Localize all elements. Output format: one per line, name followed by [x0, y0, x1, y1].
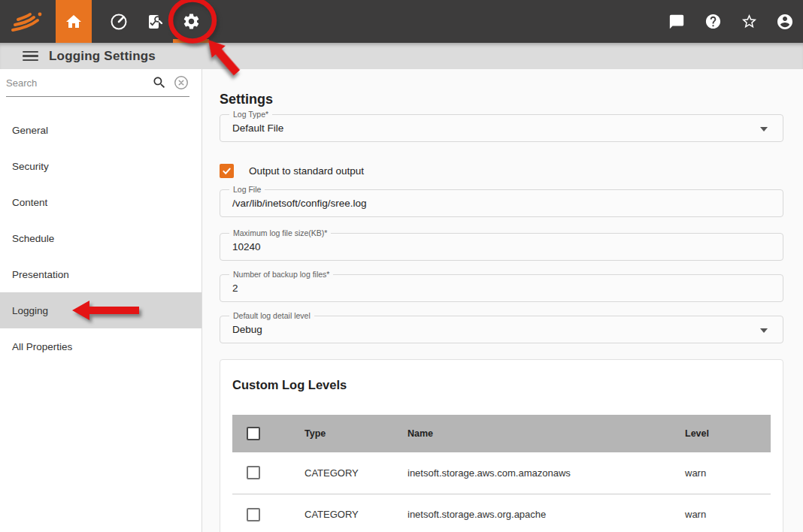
top-toolbar [0, 0, 803, 43]
table-row: CATEGORY inetsoft.storage.aws.com.amazon… [232, 452, 771, 494]
reports-tab[interactable] [137, 0, 173, 43]
column-header-level: Level [685, 415, 771, 452]
max-log-size-field[interactable]: Maximum log file size(KB)* 10240 [220, 233, 783, 261]
page-header: Logging Settings [0, 43, 803, 69]
search-icon[interactable] [152, 75, 167, 90]
max-log-size-value: 10240 [220, 234, 783, 260]
inetsoft-logo-icon [9, 8, 47, 35]
settings-gear-tab[interactable] [173, 0, 209, 43]
search-input[interactable] [6, 77, 152, 89]
column-header-type: Type [305, 415, 408, 452]
backup-files-label: Number of backup log files* [229, 270, 333, 279]
settings-sidebar: General Security Content Schedule Presen… [0, 69, 202, 532]
monitoring-tab[interactable] [101, 0, 137, 43]
sidebar-item-label: Content [12, 197, 47, 208]
help-icon [705, 13, 722, 30]
log-file-value: /var/lib/inetsoft/config/sree.log [220, 190, 783, 216]
sidebar-search [6, 69, 189, 97]
select-all-checkbox[interactable] [247, 427, 260, 440]
settings-heading: Settings [220, 92, 783, 107]
chat-bubble-icon [668, 14, 685, 30]
table-row: CATEGORY inetsoft.storage.aws.org.apache… [232, 494, 771, 532]
output-checkbox[interactable] [220, 164, 234, 178]
output-checkbox-label: Output to standard output [249, 165, 364, 177]
sidebar-item-all-properties[interactable]: All Properties [0, 328, 202, 364]
favorites-button[interactable] [731, 0, 767, 43]
menu-toggle-button[interactable] [23, 51, 38, 62]
gear-icon [182, 12, 201, 31]
clear-search-icon[interactable] [173, 74, 189, 91]
home-tab[interactable] [56, 0, 92, 43]
sidebar-item-presentation[interactable]: Presentation [0, 256, 202, 292]
star-icon [741, 13, 758, 30]
sidebar-item-content[interactable]: Content [0, 184, 202, 220]
sidebar-item-label: General [12, 125, 48, 136]
sidebar-item-label: All Properties [12, 341, 72, 352]
sidebar-item-label: Schedule [12, 233, 54, 244]
row-name: inetsoft.storage.aws.com.amazonaws [408, 452, 685, 494]
column-header-name: Name [408, 415, 685, 452]
home-icon [65, 13, 83, 31]
settings-nav: General Security Content Schedule Presen… [0, 112, 202, 364]
sidebar-item-label: Logging [12, 305, 48, 316]
output-checkbox-row: Output to standard output [220, 162, 783, 179]
backup-files-value: 2 [220, 275, 783, 301]
row-type: CATEGORY [305, 494, 408, 532]
row-checkbox[interactable] [247, 508, 260, 521]
admin-console-window: Logging Settings General Security [0, 0, 803, 532]
inetsoft-logo [0, 0, 56, 43]
detail-level-value: Debug [220, 316, 783, 343]
main-panel: Settings Log Type* Default File Output t… [202, 69, 803, 532]
topbar-right-icons [659, 0, 803, 43]
sidebar-item-logging[interactable]: Logging [0, 292, 202, 328]
gauge-icon [109, 12, 129, 32]
account-button[interactable] [767, 0, 803, 43]
max-log-size-label: Maximum log file size(KB)* [229, 228, 331, 237]
log-type-value: Default File [220, 115, 783, 141]
row-type: CATEGORY [305, 452, 408, 494]
tab-spacer [92, 0, 101, 43]
custom-log-levels-card: Custom Log Levels Type Name Level [220, 359, 783, 532]
log-type-select[interactable]: Log Type* Default File [220, 114, 783, 142]
account-circle-icon [776, 13, 794, 31]
custom-log-levels-heading: Custom Log Levels [232, 378, 771, 392]
chevron-down-icon [760, 127, 768, 131]
table-header-row: Type Name Level [232, 415, 771, 452]
sidebar-item-label: Presentation [12, 269, 69, 280]
help-button[interactable] [695, 0, 731, 43]
check-icon [221, 165, 232, 177]
log-file-label: Log File [229, 185, 265, 194]
report-search-icon [146, 13, 164, 31]
messages-button[interactable] [659, 0, 695, 43]
row-level: warn [685, 494, 771, 532]
row-checkbox[interactable] [247, 466, 260, 479]
log-type-label: Log Type* [229, 110, 272, 119]
custom-log-levels-table: Type Name Level CATEGORY inetsoft.storag… [232, 415, 771, 532]
detail-level-label: Default log detail level [229, 311, 314, 320]
row-level: warn [685, 452, 771, 494]
detail-level-select[interactable]: Default log detail level Debug [220, 316, 783, 343]
sidebar-item-label: Security [12, 161, 49, 172]
log-file-field[interactable]: Log File /var/lib/inetsoft/config/sree.l… [220, 189, 783, 217]
chevron-down-icon [760, 328, 768, 333]
sidebar-item-security[interactable]: Security [0, 148, 202, 184]
sidebar-item-general[interactable]: General [0, 112, 202, 148]
backup-files-field[interactable]: Number of backup log files* 2 [220, 274, 783, 302]
row-name: inetsoft.storage.aws.org.apache [408, 494, 685, 532]
page-title: Logging Settings [49, 49, 156, 64]
sidebar-item-schedule[interactable]: Schedule [0, 220, 202, 256]
